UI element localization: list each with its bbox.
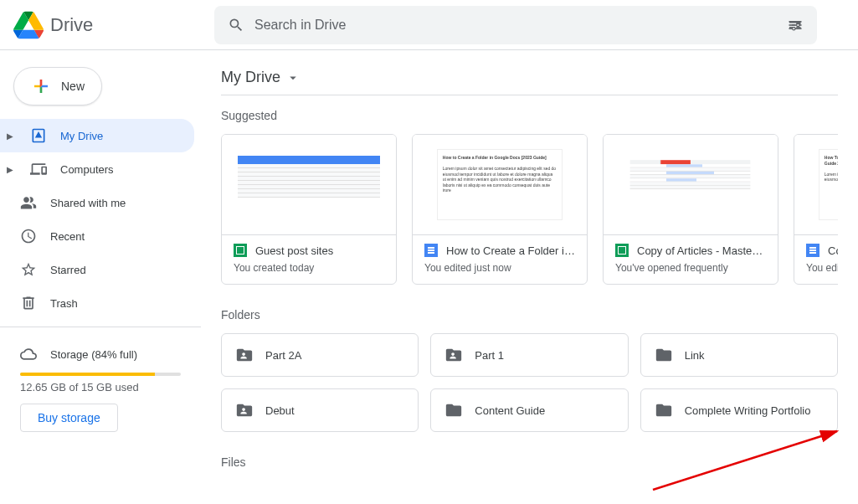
folder-item[interactable]: Part 1 bbox=[430, 333, 628, 377]
folder-item[interactable]: Debut bbox=[221, 388, 419, 432]
logo-section[interactable]: Drive bbox=[13, 10, 214, 40]
sidebar-item-label: Starred bbox=[50, 264, 86, 276]
sidebar-item-label: Recent bbox=[50, 230, 85, 243]
folder-name: Content Guide bbox=[475, 404, 545, 417]
app-header: Drive bbox=[0, 0, 858, 50]
search-bar[interactable] bbox=[214, 6, 817, 44]
card-title: Guest post sites bbox=[255, 244, 333, 257]
app-name: Drive bbox=[50, 14, 93, 36]
shared-folder-icon bbox=[235, 346, 254, 364]
sidebar-item-recent[interactable]: Recent bbox=[0, 219, 194, 253]
card-thumbnail: How to Create a Folder in Google Docs [2… bbox=[413, 135, 587, 235]
folders-grid: Part 2APart 1LinkDebutContent GuideCompl… bbox=[221, 333, 838, 432]
card-title: Copy o bbox=[828, 244, 838, 257]
computers-icon bbox=[30, 161, 47, 177]
chevron-down-icon bbox=[285, 70, 301, 85]
buy-storage-button[interactable]: Buy storage bbox=[20, 404, 118, 432]
storage-bar bbox=[20, 373, 181, 376]
card-title: Copy of Articles - Maste… bbox=[637, 244, 763, 257]
shared-folder-icon bbox=[235, 401, 254, 419]
folder-name: Part 1 bbox=[475, 349, 504, 362]
new-button-label: New bbox=[61, 80, 85, 93]
folder-item[interactable]: Content Guide bbox=[430, 388, 628, 432]
expand-icon[interactable]: ▶ bbox=[7, 131, 17, 141]
sidebar-item-label: My Drive bbox=[60, 130, 103, 142]
folders-label: Folders bbox=[221, 308, 838, 321]
suggested-label: Suggested bbox=[221, 109, 838, 122]
suggested-card[interactable]: Guest post sites You created today bbox=[221, 134, 397, 285]
folder-name: Debut bbox=[265, 404, 295, 417]
storage-section: Storage (84% full) 12.65 GB of 15 GB use… bbox=[0, 334, 201, 439]
svg-rect-0 bbox=[789, 21, 802, 23]
card-subtitle: You edited y bbox=[806, 262, 838, 274]
card-subtitle: You edited just now bbox=[424, 262, 575, 274]
folder-item[interactable]: Part 2A bbox=[221, 333, 419, 377]
card-thumbnail bbox=[604, 135, 778, 235]
breadcrumb-label: My Drive bbox=[221, 69, 280, 86]
sidebar-item-storage[interactable]: Storage (84% full) bbox=[20, 341, 181, 368]
drive-logo-icon bbox=[13, 10, 44, 40]
folder-name: Complete Writing Portfolio bbox=[685, 404, 811, 417]
storage-used-text: 12.65 GB of 15 GB used bbox=[20, 381, 181, 393]
sheets-icon bbox=[615, 244, 629, 257]
plus-icon bbox=[31, 76, 51, 96]
main-content: My Drive Suggested Guest post sites You … bbox=[201, 50, 858, 491]
sidebar: New ▶ My Drive ▶ Computers Shared with m… bbox=[0, 50, 201, 491]
expand-icon[interactable]: ▶ bbox=[7, 165, 17, 174]
sidebar-item-label: Computers bbox=[60, 163, 114, 176]
search-options-icon[interactable] bbox=[787, 17, 804, 33]
svg-point-6 bbox=[793, 27, 795, 29]
suggested-card[interactable]: Copy of Articles - Maste… You've opened … bbox=[603, 134, 778, 285]
files-label: Files bbox=[221, 455, 838, 469]
star-icon bbox=[20, 261, 37, 278]
folder-icon bbox=[655, 346, 673, 364]
card-thumbnail: How To Make GGuide 2023]Lorem ipsum dolo… bbox=[794, 135, 838, 235]
sidebar-item-label: Shared with me bbox=[50, 197, 126, 209]
docs-icon bbox=[806, 244, 819, 257]
sidebar-item-label: Trash bbox=[50, 297, 78, 310]
folder-item[interactable]: Complete Writing Portfolio bbox=[640, 388, 838, 432]
search-icon bbox=[228, 17, 244, 33]
cloud-icon bbox=[20, 346, 37, 363]
trash-icon bbox=[20, 295, 37, 311]
shared-folder-icon bbox=[444, 346, 463, 364]
sidebar-item-trash[interactable]: Trash bbox=[0, 286, 194, 320]
suggested-row: Guest post sites You created today How t… bbox=[221, 134, 838, 285]
sheets-icon bbox=[234, 244, 247, 257]
folder-name: Part 2A bbox=[265, 349, 301, 362]
card-subtitle: You created today bbox=[234, 262, 384, 274]
sidebar-item-computers[interactable]: ▶ Computers bbox=[0, 152, 194, 186]
search-input[interactable] bbox=[254, 18, 777, 33]
svg-point-5 bbox=[797, 23, 799, 26]
docs-icon bbox=[424, 244, 438, 257]
card-subtitle: You've opened frequently bbox=[615, 262, 766, 274]
folder-item[interactable]: Link bbox=[640, 333, 838, 377]
storage-label: Storage (84% full) bbox=[50, 348, 137, 361]
sidebar-item-my-drive[interactable]: ▶ My Drive bbox=[0, 119, 194, 152]
suggested-card[interactable]: How To Make GGuide 2023]Lorem ipsum dolo… bbox=[794, 134, 838, 285]
card-thumbnail bbox=[222, 135, 396, 235]
folder-name: Link bbox=[685, 349, 705, 362]
folder-icon bbox=[444, 401, 463, 419]
card-title: How to Create a Folder i… bbox=[446, 244, 575, 257]
new-button[interactable]: New bbox=[13, 67, 102, 105]
drive-icon bbox=[30, 127, 47, 144]
shared-icon bbox=[20, 194, 37, 211]
svg-rect-1 bbox=[789, 24, 798, 26]
recent-icon bbox=[20, 228, 37, 244]
breadcrumb[interactable]: My Drive bbox=[221, 60, 838, 95]
sidebar-item-starred[interactable]: Starred bbox=[0, 253, 194, 286]
sidebar-item-shared[interactable]: Shared with me bbox=[0, 186, 194, 219]
suggested-card[interactable]: How to Create a Folder in Google Docs [2… bbox=[412, 134, 588, 285]
folder-icon bbox=[655, 401, 673, 419]
